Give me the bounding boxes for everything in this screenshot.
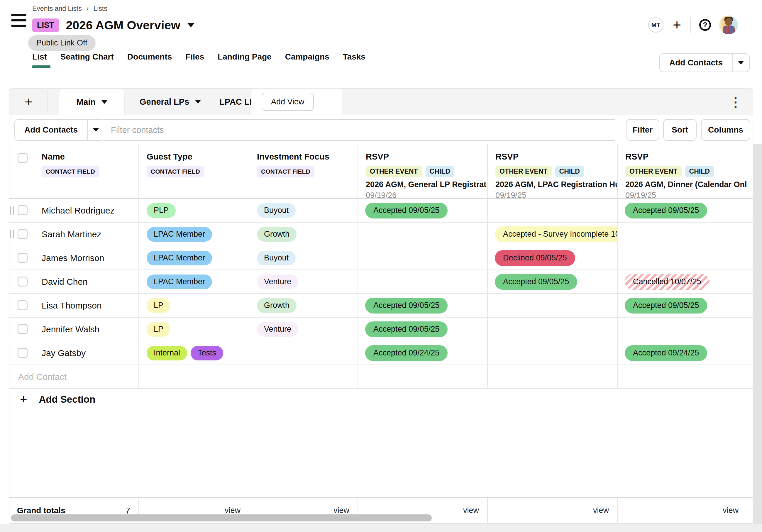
row-checkbox[interactable] — [18, 205, 28, 215]
cell-rsvp-2[interactable] — [488, 294, 618, 317]
tab-campaigns[interactable]: Campaigns — [285, 52, 329, 68]
view-tab-general-lps[interactable]: General LPs — [140, 89, 201, 115]
tab-landing-page[interactable]: Landing Page — [218, 52, 271, 68]
cell-investment-focus[interactable]: Venture — [249, 270, 358, 293]
cell-rsvp-1[interactable]: Accepted 09/24/25 — [358, 342, 488, 364]
view-tab-main[interactable]: Main — [59, 89, 125, 115]
cell-contact-name[interactable]: Jay Gatsby — [9, 342, 139, 364]
vertical-scrollbar-track[interactable] — [753, 144, 762, 524]
cell-rsvp-2[interactable]: Accepted - Survey Incomplete 10/07 — [488, 223, 618, 246]
cell-rsvp-4[interactable]: Accepted — [747, 223, 753, 246]
cell-investment-focus[interactable]: Growth — [249, 223, 358, 246]
cell-guest-type[interactable]: LPAC Member — [139, 223, 249, 246]
column-header-rsvp[interactable]: RSVPOTHER EVENTCHILD2026 AGM, LPAC Regis… — [488, 144, 618, 198]
column-header-rsvp[interactable]: RSVPOTHER EVENTCHILD2026 AGM, Dinner (Ca… — [618, 144, 747, 198]
cell-rsvp-1[interactable] — [358, 223, 488, 246]
drag-handle-icon[interactable] — [10, 230, 14, 238]
cell-rsvp-1[interactable]: Accepted 09/05/25 — [358, 294, 488, 317]
tab-list[interactable]: List — [32, 52, 47, 68]
cell-rsvp-4[interactable]: Accepted — [747, 318, 753, 341]
public-link-status-badge[interactable]: Public Link Off — [28, 35, 96, 51]
cell-rsvp-3[interactable]: Cancelled 10/07/25 — [618, 270, 747, 293]
cell-investment-focus[interactable]: Growth — [249, 294, 358, 317]
cell-rsvp-2[interactable] — [488, 342, 618, 364]
cell-rsvp-1[interactable] — [358, 246, 488, 269]
kebab-menu-icon[interactable]: ⋮ — [729, 89, 742, 115]
cell-rsvp-3[interactable]: Accepted 09/05/25 — [618, 199, 747, 222]
cell-contact-name[interactable]: David Chen — [9, 270, 139, 293]
column-header-rsvp[interactable]: RSVPOTHER EVENTCHILD2026 AGM, General LP… — [358, 144, 488, 198]
add-icon[interactable]: + — [672, 18, 682, 32]
add-section-button[interactable]: + Add Section — [20, 392, 95, 407]
sort-button[interactable]: Sort — [663, 119, 697, 141]
toolbar-add-contacts-button[interactable]: Add Contacts — [15, 120, 87, 140]
add-contacts-button[interactable]: Add Contacts — [660, 54, 732, 72]
tab-seating-chart[interactable]: Seating Chart — [60, 52, 114, 68]
add-view-button[interactable]: Add View — [262, 93, 314, 111]
columns-button[interactable]: Columns — [701, 119, 750, 141]
cell-rsvp-4[interactable]: Accepted — [747, 199, 753, 222]
totals-view-link[interactable]: view — [593, 506, 617, 515]
cell-rsvp-3[interactable] — [618, 223, 747, 246]
tab-files[interactable]: Files — [186, 52, 204, 68]
cell-rsvp-3[interactable] — [618, 246, 747, 269]
cell-rsvp-2[interactable] — [488, 199, 618, 222]
column-header-name[interactable]: NameCONTACT FIELD — [9, 144, 139, 198]
workspace-initials-badge[interactable]: MT — [648, 17, 663, 33]
row-checkbox[interactable] — [18, 348, 28, 358]
cell-contact-name[interactable]: Lisa Thompson — [9, 294, 139, 317]
cell-investment-focus[interactable]: Buyout — [249, 199, 358, 222]
cell-rsvp-1[interactable] — [358, 270, 488, 293]
cell-contact-name[interactable]: Michael Rodriguez — [9, 199, 139, 222]
cell-rsvp-2[interactable]: Declined 09/05/25 — [488, 246, 618, 269]
row-checkbox[interactable] — [18, 324, 28, 334]
cell-guest-type[interactable]: PLP — [139, 199, 249, 222]
cell-investment-focus[interactable] — [249, 342, 358, 364]
cell-contact-name[interactable]: Sarah Martinez — [9, 223, 139, 246]
row-checkbox[interactable] — [18, 276, 28, 286]
row-checkbox[interactable] — [18, 253, 28, 263]
breadcrumb-events-and-lists[interactable]: Events and Lists — [32, 5, 82, 13]
totals-view-link[interactable]: view — [463, 506, 487, 515]
column-header-investment-focus[interactable]: Investment FocusCONTACT FIELD — [249, 144, 358, 198]
user-avatar[interactable] — [719, 16, 738, 34]
add-contacts-caret[interactable] — [732, 54, 749, 72]
horizontal-scrollbar[interactable] — [11, 514, 432, 521]
column-header-rsvp[interactable]: RSVPOTHER EVENTCHILD2026 AGM09/19/25 — [747, 144, 753, 198]
cell-rsvp-4[interactable]: Accepted — [747, 270, 753, 293]
cell-guest-type[interactable]: LP — [139, 318, 249, 341]
cell-rsvp-3[interactable] — [618, 318, 747, 341]
drag-handle-icon[interactable] — [10, 206, 14, 215]
add-view-tab-icon[interactable]: + — [18, 89, 40, 115]
view-tab-main-caret-icon[interactable] — [102, 100, 107, 104]
cell-contact-name[interactable]: Jennifer Walsh — [9, 318, 139, 341]
cell-contact-name[interactable]: James Morrison — [9, 246, 139, 269]
cell-guest-type[interactable]: LPAC Member — [139, 246, 249, 269]
totals-view-link[interactable]: view — [334, 506, 357, 515]
cell-rsvp-2[interactable] — [488, 318, 618, 341]
cell-guest-type[interactable]: InternalTests — [139, 342, 249, 364]
filter-button[interactable]: Filter — [626, 119, 659, 141]
cell-investment-focus[interactable]: Venture — [249, 318, 358, 341]
column-header-guest-type[interactable]: Guest TypeCONTACT FIELD — [139, 144, 249, 198]
cell-rsvp-3[interactable]: Accepted 09/24/25 — [618, 342, 747, 364]
totals-view-link[interactable]: view — [225, 506, 249, 515]
cell-rsvp-2[interactable]: Accepted 09/05/25 — [488, 270, 618, 293]
toolbar-add-contacts-caret[interactable] — [87, 120, 104, 140]
breadcrumb-lists[interactable]: Lists — [93, 5, 107, 13]
row-checkbox[interactable] — [18, 229, 28, 239]
cell-rsvp-3[interactable]: Accepted 09/05/25 — [618, 294, 747, 317]
cell-rsvp-4[interactable]: Accepted — [747, 342, 753, 364]
cell-rsvp-1[interactable]: Accepted 09/05/25 — [358, 318, 488, 341]
view-tab-general-lps-caret-icon[interactable] — [195, 100, 201, 104]
title-caret-down-icon[interactable] — [188, 23, 194, 27]
add-contact-cell[interactable]: Add Contact — [9, 365, 139, 388]
menu-icon[interactable] — [11, 14, 27, 27]
tab-documents[interactable]: Documents — [127, 52, 172, 68]
tab-tasks[interactable]: Tasks — [343, 52, 365, 68]
filter-contacts-input[interactable] — [103, 119, 615, 141]
cell-guest-type[interactable]: LP — [139, 294, 249, 317]
cell-guest-type[interactable]: LPAC Member — [139, 270, 249, 293]
help-icon[interactable]: ? — [699, 19, 711, 31]
cell-rsvp-4[interactable] — [747, 246, 753, 269]
